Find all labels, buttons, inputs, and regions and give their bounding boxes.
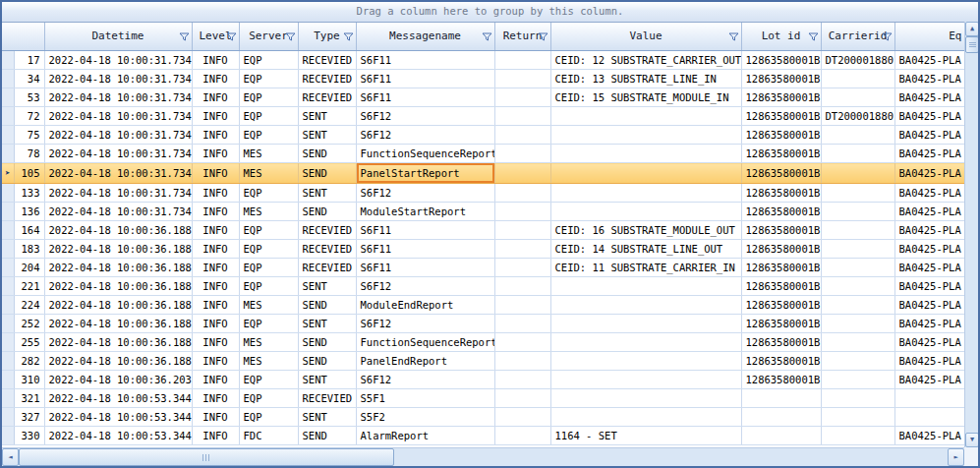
cell-server[interactable]: EQP — [239, 221, 298, 240]
table-row[interactable]: 2042022-04-18 10:00:36.188INFOEQPRECEVIE… — [2, 259, 964, 277]
cell-datetime[interactable]: 2022-04-18 10:00:53.344 — [44, 408, 192, 427]
cell-messagename[interactable]: ModuleEndReport — [356, 296, 494, 315]
cell-rownum[interactable]: 310 — [14, 371, 44, 389]
cell-type[interactable]: RECEVIED — [298, 389, 356, 408]
filter-icon[interactable] — [179, 31, 190, 42]
cell-type[interactable]: SEND — [298, 145, 356, 163]
column-header-level[interactable]: Level — [192, 23, 239, 51]
cell-messagename[interactable]: AlarmReport — [356, 427, 494, 445]
cell-return[interactable] — [494, 126, 550, 145]
cell-messagename[interactable]: FunctionSequenceReport — [356, 145, 494, 163]
cell-value[interactable] — [550, 389, 741, 408]
cell-lotid[interactable]: 12863580001B — [741, 51, 821, 70]
cell-rownum[interactable]: 78 — [14, 145, 44, 163]
cell-return[interactable] — [494, 107, 550, 126]
cell-server[interactable]: EQP — [239, 126, 298, 145]
row-indicator[interactable] — [2, 408, 14, 427]
cell-return[interactable] — [494, 333, 550, 352]
cell-return[interactable] — [494, 315, 550, 333]
column-header-datetime[interactable]: Datetime — [44, 23, 192, 51]
filter-icon[interactable] — [285, 31, 296, 42]
cell-lotid[interactable]: 12863580001B — [741, 259, 821, 277]
cell-lotid[interactable]: 12863580001B — [741, 88, 821, 107]
cell-carrierid[interactable] — [821, 371, 894, 389]
cell-carrierid[interactable] — [821, 88, 894, 107]
cell-return[interactable] — [494, 203, 550, 221]
cell-lotid[interactable]: 12863580001B — [741, 315, 821, 333]
cell-eq[interactable]: BA0425-PLA — [894, 221, 964, 240]
cell-datetime[interactable]: 2022-04-18 10:00:36.188 — [44, 221, 192, 240]
cell-rownum[interactable]: 72 — [14, 107, 44, 126]
row-indicator[interactable] — [2, 203, 14, 221]
group-by-panel[interactable]: Drag a column here to group by this colu… — [2, 2, 978, 23]
cell-value[interactable] — [550, 277, 741, 296]
cell-server[interactable]: EQP — [239, 277, 298, 296]
row-indicator[interactable] — [2, 126, 14, 145]
cell-eq[interactable] — [894, 389, 964, 408]
cell-value[interactable] — [550, 203, 741, 221]
row-indicator[interactable] — [2, 51, 14, 70]
table-row[interactable]: 2212022-04-18 10:00:36.188INFOEQPSENTS6F… — [2, 277, 964, 296]
cell-value[interactable]: CEID: 11 SUBSTRATE_CARRIER_IN — [550, 259, 741, 277]
cell-level[interactable]: INFO — [192, 126, 239, 145]
cell-return[interactable] — [494, 296, 550, 315]
cell-server[interactable]: EQP — [239, 88, 298, 107]
cell-lotid[interactable]: 12863580001B — [741, 107, 821, 126]
cell-server[interactable]: MES — [239, 352, 298, 371]
cell-level[interactable]: INFO — [192, 184, 239, 203]
cell-return[interactable] — [494, 184, 550, 203]
row-indicator[interactable] — [2, 70, 14, 88]
cell-server[interactable]: MES — [239, 296, 298, 315]
filter-icon[interactable] — [343, 31, 354, 42]
filter-icon[interactable] — [808, 31, 819, 42]
cell-messagename[interactable]: S5F1 — [356, 389, 494, 408]
cell-messagename[interactable]: S6F12 — [356, 371, 494, 389]
cell-rownum[interactable]: 133 — [14, 184, 44, 203]
cell-type[interactable]: RECEVIED — [298, 51, 356, 70]
cell-type[interactable]: SEND — [298, 163, 356, 184]
cell-level[interactable]: INFO — [192, 203, 239, 221]
cell-lotid[interactable]: 12863580001B — [741, 240, 821, 259]
cell-type[interactable]: SEND — [298, 296, 356, 315]
cell-server[interactable]: MES — [239, 163, 298, 184]
cell-messagename[interactable]: S6F11 — [356, 259, 494, 277]
cell-datetime[interactable]: 2022-04-18 10:00:36.188 — [44, 315, 192, 333]
cell-messagename[interactable]: S6F11 — [356, 88, 494, 107]
cell-eq[interactable] — [894, 408, 964, 427]
cell-type[interactable]: SEND — [298, 333, 356, 352]
cell-carrierid[interactable] — [821, 315, 894, 333]
cell-value[interactable] — [550, 408, 741, 427]
cell-level[interactable]: INFO — [192, 333, 239, 352]
cell-return[interactable] — [494, 389, 550, 408]
cell-messagename[interactable]: S6F12 — [356, 315, 494, 333]
cell-server[interactable]: EQP — [239, 408, 298, 427]
table-row[interactable]: 342022-04-18 10:00:31.734INFOEQPRECEVIED… — [2, 70, 964, 88]
cell-server[interactable]: EQP — [239, 389, 298, 408]
cell-messagename[interactable]: FunctionSequenceReport — [356, 333, 494, 352]
column-header-lotid[interactable]: Lot id — [741, 23, 821, 51]
cell-eq[interactable]: BA0425-PLA — [894, 427, 964, 445]
column-header-messagename[interactable]: Messagename — [356, 23, 494, 51]
cell-return[interactable] — [494, 371, 550, 389]
cell-messagename[interactable]: S6F11 — [356, 51, 494, 70]
cell-value[interactable]: CEID: 12 SUBSTRATE_CARRIER_OUT — [550, 51, 741, 70]
cell-datetime[interactable]: 2022-04-18 10:00:31.734 — [44, 203, 192, 221]
scroll-up-button[interactable]: ▲ — [965, 22, 979, 36]
cell-rownum[interactable]: 34 — [14, 70, 44, 88]
cell-rownum[interactable]: 321 — [14, 389, 44, 408]
cell-eq[interactable]: BA0425-PLA — [894, 51, 964, 70]
cell-server[interactable]: EQP — [239, 315, 298, 333]
filter-icon[interactable] — [882, 31, 893, 42]
cell-type[interactable]: SENT — [298, 408, 356, 427]
cell-level[interactable]: INFO — [192, 352, 239, 371]
cell-return[interactable] — [494, 70, 550, 88]
column-header-server[interactable]: Server — [239, 23, 298, 51]
cell-rownum[interactable]: 53 — [14, 88, 44, 107]
cell-datetime[interactable]: 2022-04-18 10:00:31.734 — [44, 51, 192, 70]
row-indicator[interactable] — [2, 184, 14, 203]
cell-lotid[interactable] — [741, 389, 821, 408]
cell-eq[interactable]: BA0425-PLA — [894, 163, 964, 184]
cell-server[interactable]: EQP — [239, 240, 298, 259]
cell-eq[interactable]: BA0425-PLA — [894, 296, 964, 315]
cell-carrierid[interactable] — [821, 145, 894, 163]
